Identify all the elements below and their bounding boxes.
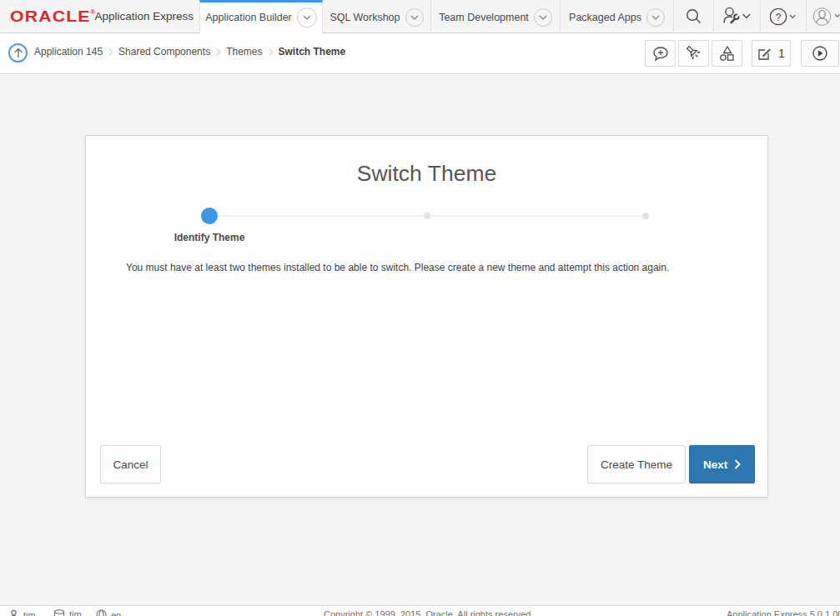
svg-text:?: ?: [776, 12, 782, 23]
